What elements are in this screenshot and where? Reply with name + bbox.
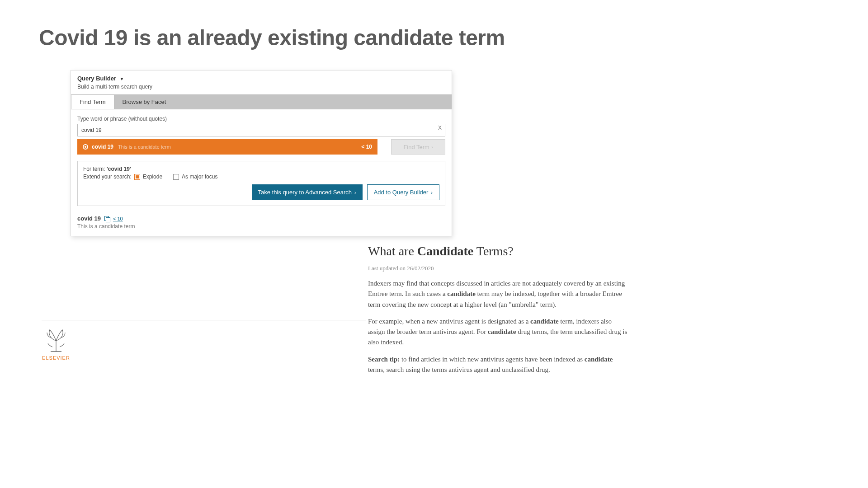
term-input[interactable] <box>77 124 445 136</box>
explanation-title: What are Candidate Terms? <box>368 244 630 258</box>
query-builder-panel: Query Builder ▼ Build a multi-term searc… <box>71 70 452 236</box>
title-bold: Candidate <box>417 244 473 258</box>
clear-input-button[interactable]: X <box>438 125 442 131</box>
p1b: candidate <box>447 290 476 297</box>
suggestion-count: < 10 <box>361 144 372 150</box>
result-count-link[interactable]: < 10 <box>113 216 123 221</box>
elsevier-tree-icon <box>42 325 71 354</box>
extend-label: Extend your search: <box>83 174 132 180</box>
p3d: terms, search using the terms antivirus … <box>368 366 550 373</box>
tab-row: Find Term Browse by Facet <box>71 94 452 109</box>
query-builder-title[interactable]: Query Builder ▼ <box>77 75 445 82</box>
find-term-button[interactable]: Find Term › <box>391 139 445 155</box>
query-builder-body: Type word or phrase (without quotes) X c… <box>71 109 452 212</box>
collapse-arrow-icon: ▼ <box>120 76 124 81</box>
p2b: candidate <box>530 318 559 325</box>
chevron-right-icon: › <box>354 190 356 195</box>
advanced-search-label: Take this query to Advanced Search <box>258 189 352 196</box>
explode-checkbox[interactable] <box>134 174 140 180</box>
title-post: Terms? <box>473 244 514 258</box>
term-options-box: For term: 'covid 19' Extend your search:… <box>77 161 445 206</box>
find-term-label: Find Term <box>403 144 429 150</box>
explanation-paragraph-3: Search tip: to find articles in which ne… <box>368 354 630 375</box>
elsevier-logo-text: ELSEVIER <box>42 355 71 361</box>
extend-search-row: Extend your search: Explode As major foc… <box>83 174 439 180</box>
for-term-prefix: For term: <box>83 166 107 172</box>
add-to-query-builder-button[interactable]: Add to Query Builder › <box>367 184 439 200</box>
term-input-wrap: X <box>77 124 445 136</box>
updated-line: Last updated on 26/02/2020 <box>368 265 630 272</box>
for-term-value: 'covid 19' <box>107 166 131 172</box>
elsevier-logo: ELSEVIER <box>42 325 71 361</box>
result-candidate-note: This is a candidate term <box>77 223 445 230</box>
title-pre: What are <box>368 244 417 258</box>
tab-find-term[interactable]: Find Term <box>71 94 114 109</box>
p3a: Search tip: <box>368 356 400 363</box>
for-term-line: For term: 'covid 19' <box>83 166 439 172</box>
explanation-paragraph-2: For example, when a new antivirus agent … <box>368 316 630 348</box>
suggestion-row: covid 19 This is a candidate term < 10 F… <box>77 139 445 155</box>
action-button-row: Take this query to Advanced Search › Add… <box>83 184 439 200</box>
add-to-qb-label: Add to Query Builder <box>374 189 429 196</box>
chevron-right-icon: › <box>431 144 433 150</box>
query-builder-title-text: Query Builder <box>77 75 116 82</box>
type-phrase-label: Type word or phrase (without quotes) <box>77 116 445 122</box>
result-area: covid 19 < 10 This is a candidate term <box>71 212 452 236</box>
explanation-panel: What are Candidate Terms? Last updated o… <box>368 244 630 381</box>
radio-selected-icon <box>83 144 88 150</box>
explanation-paragraph-1: Indexers may find that concepts discusse… <box>368 278 630 310</box>
p3b: to find articles in which new antivirus … <box>400 356 585 363</box>
suggestion-item[interactable]: covid 19 This is a candidate term < 10 <box>77 139 377 155</box>
major-focus-checkbox[interactable] <box>173 174 179 180</box>
slide-title: Covid 19 is an already existing candidat… <box>39 25 505 50</box>
advanced-search-button[interactable]: Take this query to Advanced Search › <box>252 184 363 200</box>
p2d: candidate <box>488 328 516 335</box>
suggestion-note: This is a candidate term <box>118 144 171 150</box>
query-builder-subtitle: Build a multi-term search query <box>77 84 445 90</box>
chevron-right-icon: › <box>431 190 433 195</box>
footer-divider <box>42 320 366 320</box>
major-focus-label: As major focus <box>182 174 217 180</box>
explode-label: Explode <box>143 174 162 180</box>
p2a: For example, when a new antivirus agent … <box>368 318 530 325</box>
p3c: candidate <box>585 356 613 363</box>
copy-icon[interactable] <box>104 216 110 221</box>
result-term: covid 19 <box>77 215 101 222</box>
tab-browse-by-facet[interactable]: Browse by Facet <box>114 95 175 109</box>
suggestion-term: covid 19 <box>92 144 113 150</box>
query-builder-header: Query Builder ▼ Build a multi-term searc… <box>71 70 452 90</box>
